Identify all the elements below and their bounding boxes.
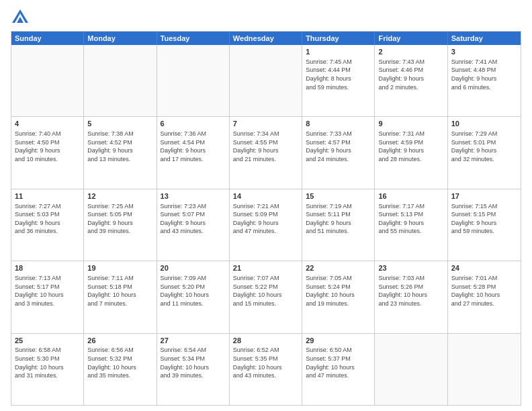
- day-number: 10: [451, 119, 517, 129]
- day-number: 29: [306, 336, 371, 346]
- day-number: 4: [15, 119, 80, 129]
- calendar-cell: 13Sunrise: 7:23 AM Sunset: 5:07 PM Dayli…: [157, 189, 230, 261]
- calendar-cell: [230, 45, 302, 116]
- calendar-cell: 7Sunrise: 7:34 AM Sunset: 4:55 PM Daylig…: [230, 117, 302, 188]
- cell-info: Sunrise: 7:36 AM Sunset: 4:54 PM Dayligh…: [161, 130, 226, 163]
- calendar-row-4: 18Sunrise: 7:13 AM Sunset: 5:17 PM Dayli…: [11, 261, 521, 333]
- calendar-cell: 23Sunrise: 7:03 AM Sunset: 5:26 PM Dayli…: [375, 261, 447, 332]
- cell-info: Sunrise: 6:52 AM Sunset: 5:35 PM Dayligh…: [233, 346, 298, 379]
- cell-info: Sunrise: 7:09 AM Sunset: 5:20 PM Dayligh…: [161, 274, 226, 308]
- day-number: 8: [306, 119, 371, 129]
- cell-info: Sunrise: 7:15 AM Sunset: 5:15 PM Dayligh…: [451, 202, 517, 236]
- cell-info: Sunrise: 6:50 AM Sunset: 5:37 PM Dayligh…: [306, 346, 371, 379]
- cell-info: Sunrise: 7:27 AM Sunset: 5:03 PM Dayligh…: [15, 202, 80, 236]
- day-number: 24: [451, 263, 517, 273]
- calendar-cell: 26Sunrise: 6:56 AM Sunset: 5:32 PM Dayli…: [84, 334, 157, 405]
- calendar-cell: 27Sunrise: 6:54 AM Sunset: 5:34 PM Dayli…: [157, 334, 230, 405]
- cell-info: Sunrise: 7:01 AM Sunset: 5:28 PM Dayligh…: [451, 274, 517, 308]
- calendar-cell: 20Sunrise: 7:09 AM Sunset: 5:20 PM Dayli…: [157, 261, 230, 332]
- day-number: 5: [87, 119, 152, 129]
- calendar-cell: 1Sunrise: 7:45 AM Sunset: 4:44 PM Daylig…: [302, 45, 375, 116]
- logo: [11, 8, 32, 27]
- day-number: 17: [451, 191, 517, 201]
- cell-info: Sunrise: 7:13 AM Sunset: 5:17 PM Dayligh…: [15, 274, 80, 308]
- logo-icon: [11, 8, 30, 27]
- day-number: 9: [378, 119, 443, 129]
- calendar-cell: 5Sunrise: 7:38 AM Sunset: 4:52 PM Daylig…: [84, 117, 157, 188]
- day-number: 11: [15, 191, 80, 201]
- cell-info: Sunrise: 7:25 AM Sunset: 5:05 PM Dayligh…: [87, 202, 152, 236]
- calendar-cell: 4Sunrise: 7:40 AM Sunset: 4:50 PM Daylig…: [11, 117, 84, 188]
- calendar: SundayMondayTuesdayWednesdayThursdayFrid…: [11, 31, 521, 406]
- cell-info: Sunrise: 7:40 AM Sunset: 4:50 PM Dayligh…: [15, 130, 80, 163]
- cell-info: Sunrise: 7:07 AM Sunset: 5:22 PM Dayligh…: [233, 274, 298, 308]
- cell-info: Sunrise: 7:29 AM Sunset: 5:01 PM Dayligh…: [451, 130, 517, 163]
- header-day-monday: Monday: [84, 32, 157, 45]
- header-day-tuesday: Tuesday: [157, 32, 230, 45]
- calendar-row-5: 25Sunrise: 6:58 AM Sunset: 5:30 PM Dayli…: [11, 334, 521, 405]
- day-number: 6: [161, 119, 226, 129]
- calendar-cell: 16Sunrise: 7:17 AM Sunset: 5:13 PM Dayli…: [375, 189, 447, 261]
- calendar-cell: [157, 45, 230, 116]
- calendar-cell: 10Sunrise: 7:29 AM Sunset: 5:01 PM Dayli…: [448, 117, 521, 188]
- cell-info: Sunrise: 7:31 AM Sunset: 4:59 PM Dayligh…: [378, 130, 443, 163]
- calendar-cell: [84, 45, 157, 116]
- cell-info: Sunrise: 7:21 AM Sunset: 5:09 PM Dayligh…: [233, 202, 298, 236]
- cell-info: Sunrise: 7:23 AM Sunset: 5:07 PM Dayligh…: [161, 202, 226, 236]
- page: SundayMondayTuesdayWednesdayThursdayFrid…: [0, 0, 532, 411]
- calendar-cell: 12Sunrise: 7:25 AM Sunset: 5:05 PM Dayli…: [84, 189, 157, 261]
- cell-info: Sunrise: 7:43 AM Sunset: 4:46 PM Dayligh…: [378, 58, 443, 91]
- day-number: 19: [87, 263, 152, 273]
- calendar-cell: 15Sunrise: 7:19 AM Sunset: 5:11 PM Dayli…: [302, 189, 375, 261]
- cell-info: Sunrise: 7:19 AM Sunset: 5:11 PM Dayligh…: [306, 202, 371, 236]
- day-number: 25: [15, 336, 80, 346]
- cell-info: Sunrise: 7:45 AM Sunset: 4:44 PM Dayligh…: [306, 58, 371, 91]
- calendar-cell: 14Sunrise: 7:21 AM Sunset: 5:09 PM Dayli…: [230, 189, 302, 261]
- day-number: 28: [233, 336, 298, 346]
- day-number: 13: [161, 191, 226, 201]
- day-number: 1: [306, 47, 371, 57]
- day-number: 3: [451, 47, 517, 57]
- calendar-cell: 25Sunrise: 6:58 AM Sunset: 5:30 PM Dayli…: [11, 334, 84, 405]
- cell-info: Sunrise: 7:05 AM Sunset: 5:24 PM Dayligh…: [306, 274, 371, 308]
- cell-info: Sunrise: 7:41 AM Sunset: 4:48 PM Dayligh…: [451, 58, 517, 91]
- calendar-cell: [11, 45, 84, 116]
- calendar-cell: 11Sunrise: 7:27 AM Sunset: 5:03 PM Dayli…: [11, 189, 84, 261]
- day-number: 18: [15, 263, 80, 273]
- calendar-cell: 28Sunrise: 6:52 AM Sunset: 5:35 PM Dayli…: [230, 334, 302, 405]
- calendar-row-3: 11Sunrise: 7:27 AM Sunset: 5:03 PM Dayli…: [11, 189, 521, 261]
- day-number: 22: [306, 263, 371, 273]
- calendar-cell: 19Sunrise: 7:11 AM Sunset: 5:18 PM Dayli…: [84, 261, 157, 332]
- calendar-cell: 21Sunrise: 7:07 AM Sunset: 5:22 PM Dayli…: [230, 261, 302, 332]
- cell-info: Sunrise: 6:54 AM Sunset: 5:34 PM Dayligh…: [161, 346, 226, 379]
- day-number: 26: [87, 336, 152, 346]
- calendar-cell: 22Sunrise: 7:05 AM Sunset: 5:24 PM Dayli…: [302, 261, 375, 332]
- calendar-header: SundayMondayTuesdayWednesdayThursdayFrid…: [11, 32, 521, 45]
- cell-info: Sunrise: 7:38 AM Sunset: 4:52 PM Dayligh…: [87, 130, 152, 163]
- calendar-cell: 29Sunrise: 6:50 AM Sunset: 5:37 PM Dayli…: [302, 334, 375, 405]
- calendar-cell: [448, 334, 521, 405]
- day-number: 2: [378, 47, 443, 57]
- cell-info: Sunrise: 7:33 AM Sunset: 4:57 PM Dayligh…: [306, 130, 371, 163]
- header-day-wednesday: Wednesday: [230, 32, 302, 45]
- header: [11, 8, 521, 27]
- calendar-row-1: 1Sunrise: 7:45 AM Sunset: 4:44 PM Daylig…: [11, 45, 521, 117]
- calendar-cell: 8Sunrise: 7:33 AM Sunset: 4:57 PM Daylig…: [302, 117, 375, 188]
- header-day-sunday: Sunday: [11, 32, 84, 45]
- header-day-saturday: Saturday: [448, 32, 521, 45]
- calendar-cell: 17Sunrise: 7:15 AM Sunset: 5:15 PM Dayli…: [448, 189, 521, 261]
- day-number: 20: [161, 263, 226, 273]
- day-number: 16: [378, 191, 443, 201]
- cell-info: Sunrise: 7:11 AM Sunset: 5:18 PM Dayligh…: [87, 274, 152, 308]
- cell-info: Sunrise: 7:17 AM Sunset: 5:13 PM Dayligh…: [378, 202, 443, 236]
- calendar-body: 1Sunrise: 7:45 AM Sunset: 4:44 PM Daylig…: [11, 45, 521, 405]
- calendar-cell: 24Sunrise: 7:01 AM Sunset: 5:28 PM Dayli…: [448, 261, 521, 332]
- day-number: 23: [378, 263, 443, 273]
- day-number: 7: [233, 119, 298, 129]
- cell-info: Sunrise: 6:58 AM Sunset: 5:30 PM Dayligh…: [15, 346, 80, 379]
- header-day-friday: Friday: [375, 32, 447, 45]
- calendar-cell: 2Sunrise: 7:43 AM Sunset: 4:46 PM Daylig…: [375, 45, 447, 116]
- day-number: 27: [161, 336, 226, 346]
- calendar-cell: 9Sunrise: 7:31 AM Sunset: 4:59 PM Daylig…: [375, 117, 447, 188]
- cell-info: Sunrise: 6:56 AM Sunset: 5:32 PM Dayligh…: [87, 346, 152, 379]
